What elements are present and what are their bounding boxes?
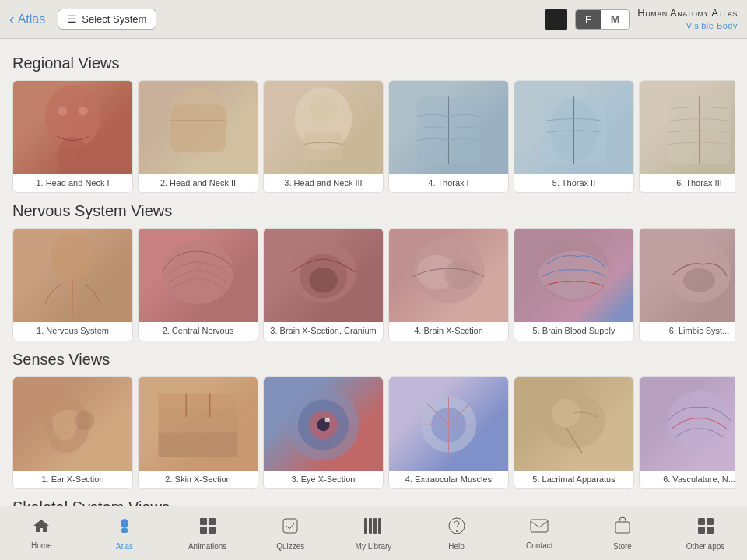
svg-point-9: [309, 94, 338, 123]
list-item[interactable]: 4. Extraocular Muscles: [388, 376, 509, 489]
list-item[interactable]: 6. Vasculature, N...: [639, 376, 735, 489]
vasculature-label: 6. Vasculature, N...: [640, 471, 735, 488]
head-neck-3-image: [264, 81, 383, 174]
thorax-1-image: [389, 81, 508, 174]
brain-xsection-image: [389, 229, 508, 322]
svg-rect-44: [209, 518, 216, 525]
svg-point-22: [444, 261, 476, 289]
skin-xsection-label: 2. Skin X-Section: [139, 471, 258, 488]
head-neck-2-label: 2. Head and Neck II: [139, 174, 258, 192]
list-item[interactable]: 3. Eye X-Section: [263, 376, 384, 489]
nav-atlas-label: Atlas: [116, 542, 133, 551]
nav-home[interactable]: Home: [10, 517, 72, 550]
limbic-system-image: [640, 229, 735, 322]
brain-xsection-label: 4. Brain X-Section: [389, 322, 508, 340]
svg-rect-46: [209, 527, 216, 534]
svg-rect-29: [159, 408, 238, 432]
svg-point-16: [163, 241, 234, 305]
select-system-button[interactable]: ☰ Select System: [58, 9, 156, 30]
list-item[interactable]: 1. Nervous System: [12, 228, 133, 341]
svg-point-53: [456, 530, 458, 532]
list-item[interactable]: 5. Thorax II: [514, 80, 634, 193]
main-content: Regional Views 1. Head and Neck I: [0, 39, 747, 560]
lacrimal-apparatus-label: 5. Lacrimal Apparatus: [514, 471, 633, 488]
header-controls: F M Human Anatomy Atlas Visible Body: [545, 7, 738, 31]
ear-xsection-image: [13, 377, 132, 471]
svg-point-41: [121, 519, 128, 528]
list-item[interactable]: 3. Brain X-Section, Cranium: [263, 228, 384, 341]
list-item[interactable]: 4. Thorax I: [388, 80, 509, 193]
nervous-system-views-grid: 1. Nervous System 2. Central Nervous: [12, 228, 735, 341]
svg-rect-47: [283, 519, 297, 533]
extraocular-muscles-label: 4. Extraocular Muscles: [389, 471, 508, 488]
other-apps-icon: [696, 516, 715, 540]
list-item[interactable]: 2. Central Nervous: [138, 228, 258, 341]
list-item[interactable]: 6. Limbic Syst...: [639, 228, 735, 341]
nervous-system-label: 1. Nervous System: [13, 322, 132, 340]
central-nervous-image: [139, 229, 258, 322]
color-swatch[interactable]: [545, 9, 567, 30]
list-item[interactable]: 6. Thorax III: [639, 80, 735, 193]
svg-rect-28: [159, 393, 238, 408]
chevron-left-icon: ‹: [9, 10, 15, 28]
svg-rect-42: [121, 528, 128, 533]
list-item[interactable]: 1. Head and Neck I: [12, 80, 133, 193]
svg-point-2: [58, 107, 67, 116]
atlas-icon: [115, 516, 134, 540]
list-item[interactable]: 5. Lacrimal Apparatus: [514, 376, 634, 489]
list-item[interactable]: 2. Head and Neck II: [138, 80, 258, 193]
quizzes-icon: [281, 516, 300, 540]
list-item[interactable]: 4. Brain X-Section: [388, 228, 509, 341]
svg-rect-48: [364, 518, 367, 534]
list-item[interactable]: 2. Skin X-Section: [138, 376, 258, 489]
lacrimal-apparatus-image: [514, 377, 633, 471]
back-button[interactable]: ‹ Atlas: [9, 10, 45, 28]
svg-rect-30: [159, 432, 238, 457]
gender-female-button[interactable]: F: [576, 10, 601, 29]
svg-point-1: [57, 136, 89, 174]
my-library-icon: [363, 516, 384, 540]
list-item[interactable]: 5. Brain Blood Supply: [514, 228, 634, 341]
nav-help[interactable]: Help: [426, 516, 488, 551]
gender-male-button[interactable]: M: [601, 10, 630, 29]
senses-views-grid: 1. Ear X-Section 2. Skin X-Section: [12, 376, 735, 489]
extraocular-muscles-image: [389, 377, 508, 471]
list-item[interactable]: 3. Head and Neck III: [263, 80, 384, 193]
nav-animations-label: Animations: [188, 542, 226, 551]
head-neck-1-image: [13, 81, 132, 174]
header: ‹ Atlas ☰ Select System F M Human Anatom…: [0, 0, 747, 39]
animations-icon: [198, 516, 217, 540]
thorax-1-label: 4. Thorax I: [389, 174, 508, 192]
nav-store[interactable]: Store: [591, 516, 654, 551]
svg-rect-54: [531, 520, 548, 532]
eye-xsection-image: [264, 377, 383, 471]
nav-other-apps[interactable]: Other apps: [675, 516, 737, 551]
nav-atlas[interactable]: Atlas: [93, 516, 156, 551]
nav-quizzes[interactable]: Quizzes: [259, 516, 321, 551]
nav-my-library[interactable]: My Library: [342, 516, 405, 551]
central-nervous-label: 2. Central Nervous: [139, 322, 258, 340]
limbic-system-label: 6. Limbic Syst...: [640, 322, 735, 340]
svg-point-25: [683, 268, 715, 292]
select-system-label: Select System: [82, 13, 146, 25]
nav-help-label: Help: [448, 542, 465, 551]
svg-rect-55: [615, 522, 630, 533]
senses-views-title: Senses Views: [12, 351, 735, 369]
vasculature-image: [640, 377, 735, 471]
brain-blood-supply-image: [514, 229, 633, 322]
senses-views-section: Senses Views 1. Ear X-Section: [12, 351, 735, 489]
list-item[interactable]: 1. Ear X-Section: [12, 376, 133, 489]
regional-views-section: Regional Views 1. Head and Neck I: [12, 54, 735, 193]
nav-contact[interactable]: Contact: [508, 517, 570, 550]
gender-toggle: F M: [575, 9, 630, 30]
svg-point-40: [668, 390, 731, 451]
bottom-nav: Home Atlas Animations Q: [0, 506, 747, 560]
nervous-system-views-title: Nervous System Views: [12, 202, 735, 220]
nav-animations[interactable]: Animations: [177, 516, 239, 551]
nav-quizzes-label: Quizzes: [276, 542, 304, 551]
svg-point-15: [51, 233, 95, 280]
svg-rect-43: [200, 518, 207, 525]
eye-xsection-label: 3. Eye X-Section: [264, 471, 383, 488]
svg-rect-50: [374, 518, 377, 534]
nav-other-apps-label: Other apps: [686, 542, 724, 551]
